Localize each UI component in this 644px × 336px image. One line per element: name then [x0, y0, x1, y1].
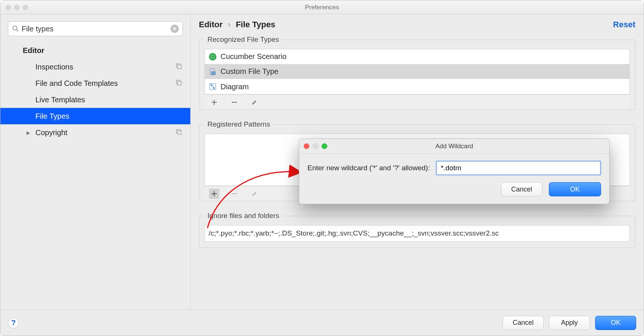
nav-label: Copyright — [35, 128, 68, 137]
remove-file-type-button[interactable] — [229, 97, 240, 108]
nav-copyright[interactable]: ▸ Copyright — [0, 124, 190, 141]
file-type-label: Diagram — [221, 83, 249, 91]
expand-arrow-icon: ▸ — [26, 128, 30, 137]
titlebar: Preferences — [0, 0, 644, 15]
breadcrumb-current: File Types — [236, 20, 275, 29]
nav-label: Inspections — [35, 63, 73, 71]
file-type-row[interactable]: Diagram — [205, 79, 629, 94]
nav-list: Editor Inspections File and Code Templat… — [0, 40, 190, 141]
pencil-icon — [251, 99, 258, 106]
nav-editor[interactable]: Editor — [0, 42, 190, 59]
nav-inspections[interactable]: Inspections — [0, 59, 190, 75]
dialog-titlebar: Add Wildcard — [299, 139, 609, 154]
search-input[interactable] — [22, 25, 168, 33]
custom-file-icon — [209, 68, 217, 76]
svg-point-15 — [211, 55, 212, 56]
dialog-close-icon[interactable] — [304, 143, 309, 149]
svg-point-13 — [213, 57, 215, 58]
file-types-list[interactable]: Cucumber Scenario Custom File Type Diagr… — [204, 49, 630, 94]
group-legend: Ignore files and folders — [204, 212, 282, 220]
file-type-row[interactable]: Custom File Type — [205, 64, 629, 79]
apply-button[interactable]: Apply — [549, 316, 590, 330]
ignore-files-group: Ignore files and folders — [199, 212, 635, 248]
remove-pattern-button[interactable] — [229, 189, 240, 199]
preferences-window: Preferences Editor — [0, 0, 644, 336]
svg-rect-5 — [178, 65, 181, 69]
recognized-file-types-group: Recognized File Types Cucumber Scenario … — [199, 35, 635, 110]
sidebar: Editor Inspections File and Code Templat… — [0, 15, 191, 309]
cancel-button[interactable]: Cancel — [503, 316, 544, 330]
svg-point-10 — [209, 53, 216, 60]
svg-point-0 — [13, 26, 17, 30]
file-type-row[interactable]: Cucumber Scenario — [205, 49, 629, 64]
dialog-minimize-icon — [313, 143, 318, 149]
traffic-lights — [6, 5, 28, 10]
nav-label: Editor — [23, 46, 44, 55]
minus-icon — [231, 190, 238, 197]
edit-pattern-button[interactable] — [249, 189, 260, 199]
svg-rect-19 — [211, 84, 212, 86]
svg-point-14 — [211, 57, 212, 58]
nav-file-types[interactable]: File Types — [0, 108, 190, 124]
footer: ? Cancel Apply OK — [0, 309, 644, 336]
dialog-ok-button[interactable]: OK — [549, 182, 601, 196]
nav-live-templates[interactable]: Live Templates — [0, 91, 190, 108]
file-type-label: Cucumber Scenario — [221, 52, 287, 61]
minimize-icon[interactable] — [14, 5, 19, 10]
nav-file-code-templates[interactable]: File and Code Templates — [0, 75, 190, 91]
nav-label: File Types — [35, 112, 69, 121]
ok-button[interactable]: OK — [595, 316, 636, 330]
svg-point-11 — [212, 54, 213, 55]
search-icon — [12, 25, 19, 32]
breadcrumb: Editor › File Types — [199, 20, 275, 29]
clear-search-button[interactable] — [171, 25, 179, 33]
file-types-toolbar — [204, 94, 630, 109]
svg-point-12 — [214, 55, 215, 56]
ignore-files-input[interactable] — [204, 225, 630, 242]
scope-icon — [175, 63, 182, 71]
search-field[interactable] — [8, 21, 183, 36]
scope-icon — [175, 128, 182, 137]
cucumber-icon — [209, 53, 217, 61]
close-icon[interactable] — [6, 5, 11, 10]
dialog-cancel-button[interactable]: Cancel — [501, 182, 542, 196]
breadcrumb-sep: › — [228, 20, 231, 29]
breadcrumb-parent: Editor — [199, 20, 223, 29]
group-legend: Recognized File Types — [204, 35, 282, 44]
file-type-label: Custom File Type — [221, 67, 278, 76]
add-wildcard-dialog: Add Wildcard Enter new wildcard ('*' and… — [299, 139, 610, 204]
group-legend: Registered Patterns — [204, 120, 273, 128]
plus-icon — [211, 99, 218, 106]
wildcard-input[interactable] — [436, 161, 601, 175]
minus-icon — [231, 99, 238, 106]
dialog-zoom-icon[interactable] — [322, 143, 327, 149]
svg-rect-7 — [178, 81, 181, 85]
svg-rect-20 — [213, 87, 215, 89]
svg-rect-9 — [178, 131, 181, 134]
dialog-title: Add Wildcard — [435, 143, 473, 150]
edit-file-type-button[interactable] — [249, 97, 260, 108]
add-file-type-button[interactable] — [209, 97, 219, 108]
svg-line-1 — [17, 30, 19, 32]
wildcard-label: Enter new wildcard ('*' and '?' allowed)… — [307, 164, 430, 172]
svg-rect-17 — [212, 72, 215, 75]
nav-label: Live Templates — [35, 96, 85, 104]
plus-icon — [211, 190, 218, 197]
help-button[interactable]: ? — [8, 317, 19, 329]
zoom-icon[interactable] — [23, 5, 28, 10]
diagram-icon — [209, 83, 217, 91]
pencil-icon — [251, 190, 258, 197]
window-title: Preferences — [305, 4, 339, 11]
add-pattern-button[interactable] — [209, 189, 219, 199]
reset-link[interactable]: Reset — [613, 20, 635, 29]
scope-icon — [175, 79, 182, 88]
nav-label: File and Code Templates — [35, 79, 118, 88]
